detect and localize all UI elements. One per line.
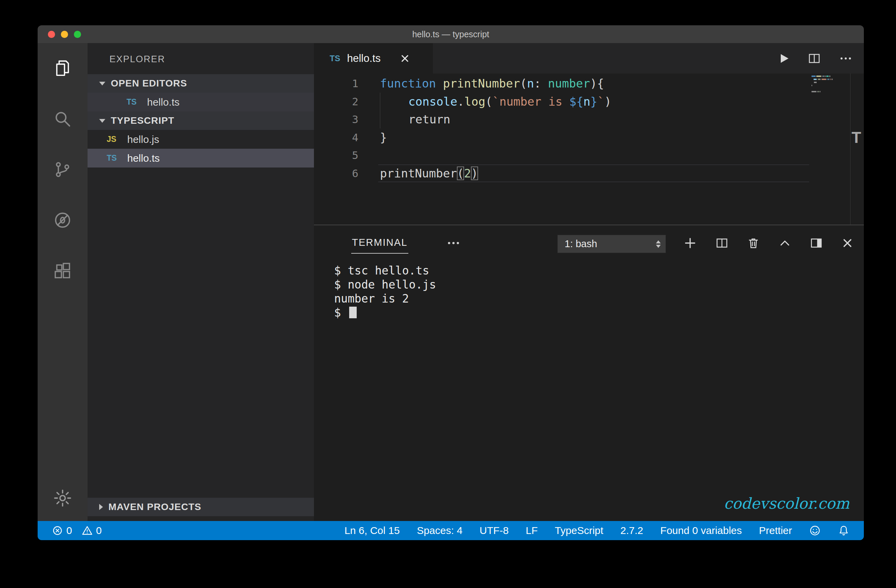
code-line[interactable]: 4}	[314, 128, 864, 147]
terminal-cursor[interactable]	[349, 307, 357, 318]
terminal-actions	[683, 225, 864, 261]
code-line[interactable]: 6printNumber(2)	[314, 165, 864, 183]
minimap-seg	[826, 76, 829, 77]
code-text: }	[380, 128, 387, 147]
extensions-icon[interactable]	[38, 245, 88, 296]
file-item[interactable]: TShello.ts	[88, 149, 314, 168]
split-terminal-icon[interactable]	[715, 236, 728, 250]
editor-actions	[778, 43, 864, 73]
new-terminal-icon[interactable]	[683, 236, 697, 250]
token: n	[527, 76, 534, 90]
token: (	[457, 166, 464, 180]
explorer-files-icon[interactable]	[38, 43, 88, 94]
minimap-line	[812, 91, 833, 92]
minimap-seg	[818, 91, 819, 92]
close-window-button[interactable]	[48, 31, 55, 38]
code-text: printNumber(2)	[380, 165, 478, 183]
minimap[interactable]	[812, 76, 833, 92]
section-header-maven-projects[interactable]: MAVEN PROJECTS	[88, 498, 314, 516]
close-panel-icon[interactable]	[841, 237, 853, 249]
status-item[interactable]: LF	[526, 525, 538, 536]
problems-warnings[interactable]: 0	[82, 525, 102, 536]
traffic-lights	[48, 25, 81, 43]
problems-errors[interactable]: 0	[52, 525, 72, 536]
minimap-artifact: T	[849, 128, 863, 147]
titlebar[interactable]: hello.ts — typescript	[38, 25, 864, 43]
close-tab-icon[interactable]	[400, 53, 410, 64]
sidebar-title: EXPLORER	[88, 43, 314, 74]
token: n	[584, 95, 590, 108]
indent-guide	[380, 93, 408, 111]
settings-gear-icon[interactable]	[38, 489, 88, 507]
terminal-output[interactable]: $ tsc hello.ts$ node hello.jsnumber is 2…	[314, 261, 864, 320]
maximize-panel-chevron-up-icon[interactable]	[779, 236, 791, 250]
minimap-seg	[817, 91, 818, 92]
line-number: 3	[314, 113, 380, 125]
minimap-line	[812, 79, 833, 80]
minimap-line	[812, 82, 833, 83]
status-item[interactable]: 2.7.2	[620, 525, 643, 536]
move-panel-icon[interactable]	[810, 236, 823, 250]
code-line[interactable]: 5	[314, 146, 864, 165]
status-item[interactable]: Prettier	[759, 525, 792, 536]
desktop-background: { "window": { "title": "hello.ts — types…	[0, 0, 896, 588]
ts-file-icon: TS	[330, 54, 340, 63]
run-button[interactable]	[778, 52, 790, 65]
token: ){	[590, 76, 604, 90]
status-item[interactable]: Found 0 variables	[660, 525, 742, 536]
code-line[interactable]: 3return	[314, 110, 864, 128]
section-header[interactable]: TYPESCRIPT	[88, 111, 314, 130]
chevron-down-icon	[99, 82, 105, 85]
minimize-window-button[interactable]	[61, 31, 68, 38]
token: .	[457, 95, 464, 108]
minimap-seg	[822, 76, 823, 77]
file-item[interactable]: TShello.ts	[88, 93, 314, 111]
feedback-smiley-icon[interactable]	[809, 525, 821, 536]
terminal-header: TERMINAL 1: bash	[314, 225, 864, 261]
minimap-seg	[823, 76, 824, 77]
source-control-icon[interactable]	[38, 144, 88, 195]
status-item[interactable]: Spaces: 4	[417, 525, 462, 536]
more-actions-button[interactable]	[838, 51, 853, 66]
minimap-seg	[824, 76, 826, 77]
minimap-seg	[832, 79, 833, 80]
status-item[interactable]: UTF-8	[480, 525, 509, 536]
token: number	[548, 76, 590, 90]
token: printNumber	[380, 166, 457, 180]
ts-file-icon: TS	[107, 154, 122, 163]
terminal-select[interactable]: 1: bash	[558, 235, 666, 253]
token: )	[471, 166, 478, 180]
tab-label: hello.ts	[347, 52, 381, 65]
code-editor[interactable]: 1function printNumber(n: number){2consol…	[314, 73, 864, 225]
status-right: Ln 6, Col 15Spaces: 4UTF-8LFTypeScript2.…	[344, 525, 849, 536]
kill-terminal-trash-icon[interactable]	[747, 236, 760, 250]
code-text: return	[380, 110, 450, 128]
watermark: codevscolor.com	[724, 495, 849, 512]
token: 2	[464, 166, 471, 180]
search-icon[interactable]	[38, 94, 88, 144]
status-item[interactable]: TypeScript	[555, 525, 603, 536]
terminal-panel-title[interactable]: TERMINAL	[351, 233, 408, 254]
code-line[interactable]: 1function printNumber(n: number){	[314, 75, 864, 93]
debug-disabled-icon[interactable]	[38, 195, 88, 245]
notifications-bell-icon[interactable]	[838, 525, 849, 536]
tab-hello-ts[interactable]: TS hello.ts	[314, 43, 433, 73]
token: (	[520, 76, 527, 90]
status-item[interactable]: Ln 6, Col 15	[344, 525, 400, 536]
minimap-seg	[829, 76, 830, 77]
editor-scrollbar[interactable]	[850, 73, 850, 225]
code-text: console.log(`number is ${n}`)	[380, 93, 611, 111]
indent-guide	[380, 110, 408, 128]
terminal-more-actions-button[interactable]	[446, 236, 461, 251]
section-header[interactable]: OPEN EDITORS	[88, 74, 314, 93]
file-item[interactable]: JShello.js	[88, 130, 314, 149]
terminal-select-value: 1: bash	[565, 238, 597, 250]
zoom-window-button[interactable]	[74, 31, 81, 38]
split-editor-button[interactable]	[808, 52, 821, 65]
minimap-seg	[822, 79, 826, 80]
section-label: MAVEN PROJECTS	[108, 501, 201, 512]
code-line[interactable]: 2console.log(`number is ${n}`)	[314, 93, 864, 111]
window-title: hello.ts — typescript	[412, 29, 489, 39]
section-label: TYPESCRIPT	[111, 115, 174, 126]
minimap-seg	[830, 79, 830, 80]
